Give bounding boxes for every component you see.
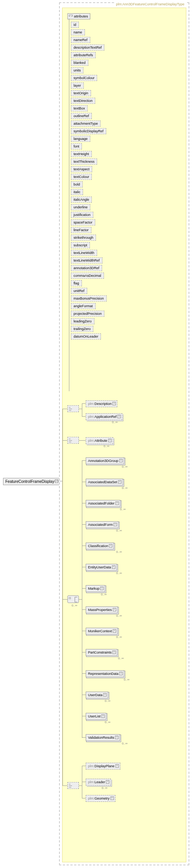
type-frame: plm:Ann3DFeatureControlFrameDisplayType … [59,2,189,6]
type-name: plm:Ann3DFeatureControlFrameDisplayType [115,2,186,6]
